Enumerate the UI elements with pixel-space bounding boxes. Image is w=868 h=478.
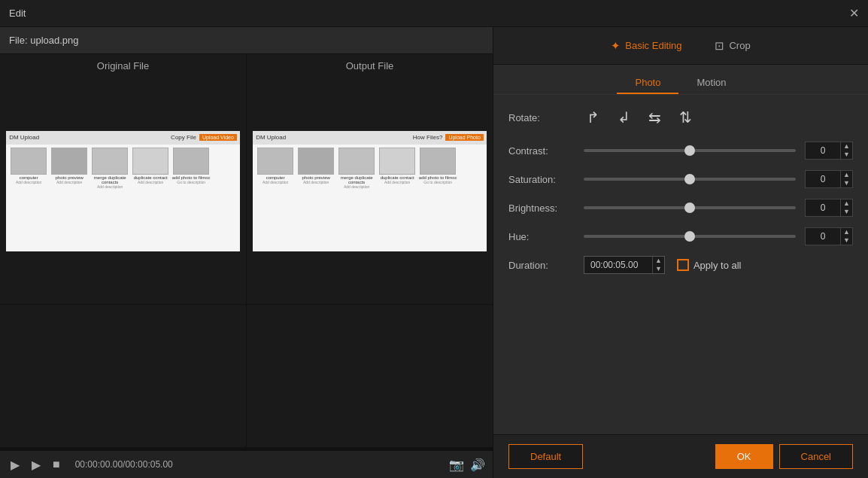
duration-row: Duration: ▲ ▼ Apply to all xyxy=(508,256,853,274)
right-header: ✦ Basic Editing ⊡ Crop xyxy=(493,27,868,65)
original-pane: Original File DM Upload Copy File Upload… xyxy=(0,54,246,304)
output-pane: Output File DM Upload How Files? Upload … xyxy=(246,54,493,304)
contrast-slider[interactable] xyxy=(584,149,796,152)
apply-all-checkbox[interactable] xyxy=(677,259,689,271)
brightness-row: Brightness: ▲ ▼ xyxy=(508,199,853,217)
hue-slider[interactable] xyxy=(584,235,796,238)
hue-label: Hue: xyxy=(508,231,584,242)
timeline-right xyxy=(246,305,493,447)
main-layout: File: upload.png Original File DM Upload… xyxy=(0,27,868,478)
rotate-right-button[interactable]: ↱ xyxy=(584,105,602,129)
ok-cancel-group: OK Cancel xyxy=(715,444,853,469)
settings-area: Rotate: ↱ ↲ ⇆ ⇅ Contrast: ▲ ▼ xyxy=(493,95,868,434)
upload-photo-btn: Upload Photo xyxy=(445,134,483,141)
left-panel: File: upload.png Original File DM Upload… xyxy=(0,27,493,478)
rotate-row: Rotate: ↱ ↲ ⇆ ⇅ xyxy=(508,105,853,129)
orig-toolbar-left: DM Upload xyxy=(9,134,39,141)
volume-icon[interactable]: 🔊 xyxy=(470,458,485,472)
hue-down-button[interactable]: ▼ xyxy=(841,236,852,245)
thumb-item: computer Add description xyxy=(256,148,295,248)
saturation-value-input[interactable] xyxy=(806,171,840,187)
contrast-label: Contrast: xyxy=(508,145,584,157)
basic-editing-label: Basic Editing xyxy=(625,40,681,51)
timeline-left xyxy=(0,305,246,447)
duration-input-group: ▲ ▼ xyxy=(584,256,665,274)
crop-icon: ⊡ xyxy=(715,39,724,53)
brightness-spinners: ▲ ▼ xyxy=(840,199,852,216)
flip-h-button[interactable]: ⇆ xyxy=(645,105,664,129)
thumb-item: add photo to filmoc Go to description xyxy=(418,148,457,248)
saturation-up-button[interactable]: ▲ xyxy=(841,171,852,179)
title-bar: Edit ✕ xyxy=(0,0,868,27)
thumb-item: merge duplicate contacts Add description xyxy=(337,148,376,248)
hue-value-input[interactable] xyxy=(806,228,840,245)
output-label: Output File xyxy=(346,54,394,78)
rotate-label: Rotate: xyxy=(508,112,584,123)
thumb-item: duplicate contact Add description xyxy=(378,148,417,248)
original-content: DM Upload Copy File Upload Video compute… xyxy=(0,78,246,304)
ok-button[interactable]: OK xyxy=(715,444,773,469)
upload-btn: Upload Video xyxy=(199,134,237,141)
orig-toolbar-right: Copy File xyxy=(171,134,196,141)
thumb-item: photo preview Add description xyxy=(50,148,89,248)
progress-area xyxy=(0,448,493,451)
bottom-buttons: Default OK Cancel xyxy=(493,434,868,478)
saturation-value-group: ▲ ▼ xyxy=(805,170,853,188)
close-button[interactable]: ✕ xyxy=(849,8,859,20)
brightness-up-button[interactable]: ▲ xyxy=(841,199,852,208)
duration-down-button[interactable]: ▼ xyxy=(653,265,664,273)
crop-tab[interactable]: ⊡ Crop xyxy=(709,36,756,56)
duration-up-button[interactable]: ▲ xyxy=(653,257,664,265)
tab-photo[interactable]: Photo xyxy=(617,72,678,94)
thumb-item: photo preview Add description xyxy=(296,148,335,248)
contrast-down-button[interactable]: ▼ xyxy=(841,151,852,159)
play2-button[interactable]: ▶ xyxy=(29,456,44,473)
duration-spinners: ▲ ▼ xyxy=(652,257,664,273)
flip-v-button[interactable]: ⇅ xyxy=(676,105,695,129)
hue-up-button[interactable]: ▲ xyxy=(841,228,852,236)
apply-all-label: Apply to all xyxy=(677,259,742,271)
apply-all-text: Apply to all xyxy=(693,260,742,271)
contrast-value-input[interactable] xyxy=(806,142,840,159)
play-button[interactable]: ▶ xyxy=(8,456,23,473)
default-button[interactable]: Default xyxy=(508,444,583,469)
brightness-value-input[interactable] xyxy=(806,199,840,216)
contrast-value-group: ▲ ▼ xyxy=(805,142,853,160)
brightness-label: Brightness: xyxy=(508,202,584,214)
brightness-down-button[interactable]: ▼ xyxy=(841,208,852,216)
hue-value-group: ▲ ▼ xyxy=(805,227,853,245)
time-display: 00:00:00.00/00:00:05.00 xyxy=(75,459,173,470)
saturation-down-button[interactable]: ▼ xyxy=(841,179,852,187)
basic-editing-tab[interactable]: ✦ Basic Editing xyxy=(605,36,687,56)
rotate-buttons: ↱ ↲ ⇆ ⇅ xyxy=(584,105,695,129)
rotate-left-button[interactable]: ↲ xyxy=(615,105,633,129)
saturation-row: Saturation: ▲ ▼ xyxy=(508,170,853,188)
duration-input[interactable] xyxy=(584,257,652,273)
tab-motion[interactable]: Motion xyxy=(678,72,744,94)
brightness-slider[interactable] xyxy=(584,206,796,209)
thumb-item: merge duplicate contacts Add description xyxy=(90,148,129,248)
stop-button[interactable]: ■ xyxy=(50,456,63,473)
file-header: File: upload.png xyxy=(0,27,493,54)
contrast-row: Contrast: ▲ ▼ xyxy=(508,142,853,160)
hue-spinners: ▲ ▼ xyxy=(840,228,852,245)
sub-tabs: Photo Motion xyxy=(493,65,868,95)
crop-label: Crop xyxy=(729,40,750,51)
thumb-item: duplicate contact Add description xyxy=(131,148,170,248)
saturation-slider[interactable] xyxy=(584,178,796,181)
saturation-spinners: ▲ ▼ xyxy=(840,171,852,187)
thumb-item: computer Add description xyxy=(9,148,48,248)
contrast-spinners: ▲ ▼ xyxy=(840,142,852,159)
preview-area: Original File DM Upload Copy File Upload… xyxy=(0,54,493,305)
brightness-value-group: ▲ ▼ xyxy=(805,199,853,217)
star-icon: ✦ xyxy=(611,39,621,53)
contrast-up-button[interactable]: ▲ xyxy=(841,142,852,151)
saturation-label: Saturation: xyxy=(508,174,584,185)
camera-icon[interactable]: 📷 xyxy=(449,458,464,472)
controls-bar: ▶ ▶ ■ 00:00:00.00/00:00:05.00 📷 🔊 xyxy=(0,451,493,478)
cancel-button[interactable]: Cancel xyxy=(779,444,853,469)
hue-row: Hue: ▲ ▼ xyxy=(508,227,853,245)
original-label: Original File xyxy=(97,54,149,78)
out-toolbar-right: How Files? xyxy=(413,134,443,141)
duration-label: Duration: xyxy=(508,260,584,271)
